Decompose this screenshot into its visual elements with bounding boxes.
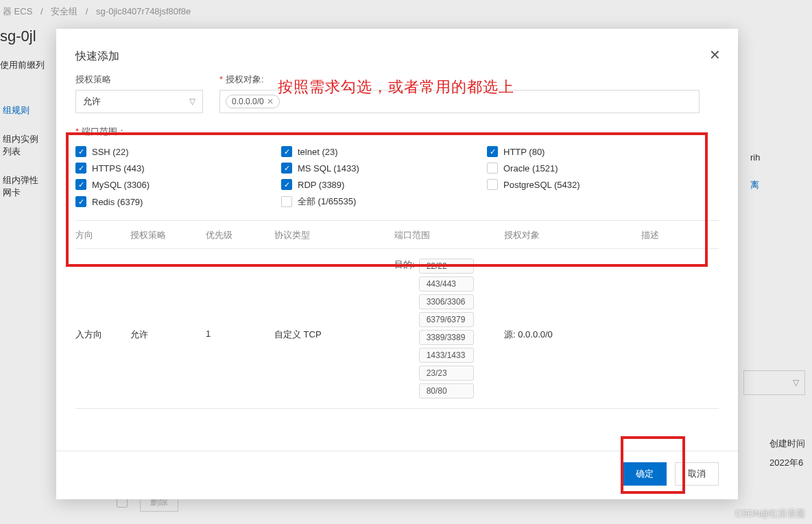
close-icon[interactable]: ✕: [706, 47, 723, 63]
checkbox-label: HTTP (80): [503, 147, 545, 157]
checkbox[interactable]: ✓: [281, 163, 292, 174]
cell-direction: 入方向: [75, 259, 130, 341]
checkbox[interactable]: ✓: [487, 146, 498, 157]
port-tag: 3389/3389: [419, 330, 474, 345]
th-priority: 优先级: [206, 229, 274, 241]
checkbox-label: Redis (6379): [92, 197, 143, 207]
checkbox-label: MS SQL (1433): [298, 163, 359, 174]
checkbox[interactable]: ✓: [281, 179, 292, 190]
checkbox-label: PostgreSQL (5432): [503, 180, 580, 190]
annotation-text: 按照需求勾选，或者常用的都选上: [278, 77, 514, 97]
cell-policy: 允许: [130, 259, 206, 341]
table-row: 入方向 允许 1 自定义 TCP 目的: 22/22443/4433306/33…: [75, 249, 719, 409]
modal-footer: 确定 取消: [56, 451, 738, 499]
auth-policy-select[interactable]: 允许 ▽: [75, 90, 203, 113]
port-range-label: *端口范围：: [75, 126, 719, 138]
port-checkbox-item[interactable]: ✓HTTPS (443): [75, 163, 281, 174]
port-checkbox-item[interactable]: Oracle (1521): [487, 163, 693, 174]
checkbox-label: 全部 (1/65535): [298, 195, 356, 208]
checkbox-label: telnet (23): [298, 147, 338, 157]
port-checkbox-item[interactable]: 全部 (1/65535): [281, 195, 487, 208]
port-tag: 22/22: [419, 259, 474, 274]
remove-tag-icon[interactable]: ✕: [267, 97, 274, 106]
port-checkbox-item[interactable]: ✓RDP (3389): [281, 179, 487, 190]
th-policy: 授权策略: [130, 229, 206, 241]
quick-add-modal: 快速添加 ✕ 授权策略 允许 ▽ *授权对象: 0.0.0.0/0 ✕: [56, 29, 738, 499]
port-tag: 3306/3306: [419, 294, 474, 309]
port-tag: 6379/6379: [419, 312, 474, 327]
cell-source: 源: 0.0.0.0/0: [504, 259, 641, 341]
cell-port: 目的: 22/22443/4433306/33066379/63793389/3…: [394, 259, 504, 398]
checkbox-label: RDP (3389): [298, 180, 344, 190]
port-checkbox-item[interactable]: ✓MS SQL (1433): [281, 163, 487, 174]
port-tag: 1433/1433: [419, 348, 474, 363]
table-header: 方向 授权策略 优先级 协议类型 端口范围 授权对象 描述: [75, 221, 719, 249]
th-protocol: 协议类型: [274, 229, 394, 241]
checkbox[interactable]: ✓: [75, 146, 86, 157]
checkbox[interactable]: ✓: [75, 179, 86, 190]
checkbox[interactable]: [281, 196, 292, 207]
auth-target-tag: 0.0.0.0/0 ✕: [226, 95, 280, 108]
ok-button[interactable]: 确定: [623, 462, 667, 486]
port-tag: 23/23: [419, 366, 474, 381]
port-checkbox-item[interactable]: ✓HTTP (80): [487, 146, 693, 157]
cell-protocol: 自定义 TCP: [274, 259, 394, 341]
th-source: 授权对象: [504, 229, 641, 241]
port-tag: 80/80: [419, 383, 474, 398]
checkbox[interactable]: [487, 163, 498, 174]
chevron-down-icon: ▽: [189, 97, 195, 106]
auth-policy-label: 授权策略: [75, 73, 203, 86]
modal-body: 授权策略 允许 ▽ *授权对象: 0.0.0.0/0 ✕ *端口范围： ✓SSH…: [56, 73, 738, 451]
checkbox-label: SSH (22): [92, 147, 128, 157]
modal-title: 快速添加: [75, 49, 719, 64]
port-checkbox-item[interactable]: ✓SSH (22): [75, 146, 281, 157]
checkbox-label: HTTPS (443): [92, 163, 145, 174]
cancel-button[interactable]: 取消: [675, 462, 719, 486]
cell-priority: 1: [206, 259, 274, 339]
port-checkbox-grid: ✓SSH (22)✓telnet (23)✓HTTP (80)✓HTTPS (4…: [75, 146, 719, 208]
port-tags-list: 22/22443/4433306/33066379/63793389/33891…: [419, 259, 474, 398]
checkbox[interactable]: ✓: [281, 146, 292, 157]
th-port: 端口范围: [394, 229, 504, 241]
port-checkbox-item[interactable]: ✓telnet (23): [281, 146, 487, 157]
port-checkbox-item[interactable]: ✓Redis (6379): [75, 195, 281, 208]
port-dest-label: 目的:: [394, 259, 415, 271]
checkbox-label: MySQL (3306): [92, 180, 150, 190]
checkbox-label: Oracle (1521): [503, 163, 558, 174]
watermark: CSDN@红目香薰: [735, 508, 805, 520]
rules-table: 方向 授权策略 优先级 协议类型 端口范围 授权对象 描述 入方向 允许 1 自…: [75, 220, 719, 409]
checkbox[interactable]: ✓: [75, 196, 86, 207]
port-checkbox-item[interactable]: PostgreSQL (5432): [487, 179, 693, 190]
checkbox[interactable]: [487, 179, 498, 190]
th-desc: 描述: [641, 229, 696, 241]
th-direction: 方向: [75, 229, 130, 241]
modal-header: 快速添加 ✕: [56, 29, 738, 73]
auth-policy-value: 允许: [83, 95, 101, 108]
port-tag: 443/443: [419, 276, 474, 291]
port-checkbox-item[interactable]: ✓MySQL (3306): [75, 179, 281, 190]
checkbox[interactable]: ✓: [75, 163, 86, 174]
